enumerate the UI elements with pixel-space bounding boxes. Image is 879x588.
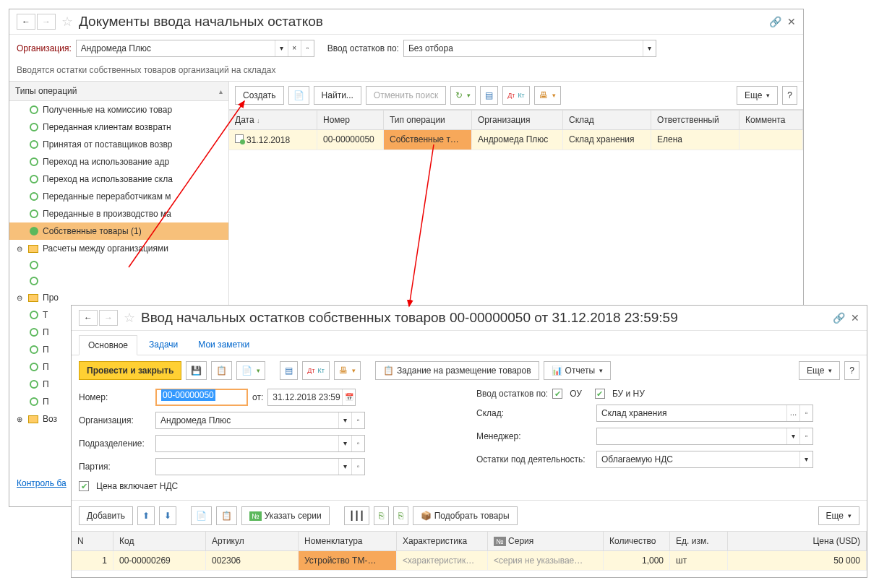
refresh-button[interactable]: ↻▾ bbox=[450, 86, 476, 105]
pick-button[interactable]: 📦 Подобрать товары bbox=[413, 506, 518, 525]
open-icon[interactable]: ▫ bbox=[301, 40, 314, 56]
warehouse-label: Склад: bbox=[476, 408, 592, 418]
export-button[interactable]: ⎘ bbox=[393, 506, 408, 525]
control-link[interactable]: Контроль ба bbox=[17, 478, 67, 488]
post-button[interactable]: 📋 bbox=[211, 361, 232, 380]
close-icon[interactable]: ✕ bbox=[851, 312, 859, 324]
copy-button[interactable]: 📄 bbox=[288, 86, 309, 105]
table-row[interactable]: 31.12.2018 00-00000050 Собственные т… Ан… bbox=[229, 130, 803, 150]
link-icon[interactable]: 🔗 bbox=[769, 16, 781, 27]
sidebar-header: Типы операций ▴ bbox=[9, 82, 228, 101]
down-button[interactable]: ⬇ bbox=[159, 506, 176, 525]
close-icon[interactable]: ✕ bbox=[787, 16, 796, 27]
up-button[interactable]: ⬆ bbox=[137, 506, 155, 525]
favorite-icon[interactable]: ☆ bbox=[61, 14, 73, 30]
tree-item[interactable]: Переданная клиентам возвратн bbox=[9, 118, 228, 136]
tree-item[interactable]: Переданные переработчикам м bbox=[9, 188, 228, 205]
print-button[interactable]: 🖶▾ bbox=[534, 86, 561, 105]
org-label: Организация: bbox=[79, 415, 151, 425]
party-select[interactable]: ▾▫ bbox=[155, 458, 365, 475]
org-select[interactable]: Андромеда Плюс ▾ × ▫ bbox=[76, 40, 314, 57]
based-on-button[interactable]: 📄▾ bbox=[236, 361, 265, 380]
save-button[interactable]: 💾 bbox=[186, 361, 207, 380]
activity-select[interactable]: Облагаемую НДС ▾ bbox=[596, 451, 813, 468]
tab-main[interactable]: Основное bbox=[79, 335, 137, 355]
more-button[interactable]: Еще▾ bbox=[818, 506, 859, 525]
window-title: Ввод начальных остатков собственных това… bbox=[141, 310, 833, 326]
dept-label: Подразделение: bbox=[79, 438, 151, 449]
print-button[interactable]: 🖶▾ bbox=[334, 361, 361, 380]
tabs: Основное Задачи Мои заметки bbox=[72, 331, 867, 355]
toolbar: Провести и закрыть 💾 📋 📄▾ ▤ ДтКт 🖶▾ 📋 За… bbox=[72, 355, 867, 386]
tree-item[interactable] bbox=[9, 257, 228, 273]
warehouse-select[interactable]: Склад хранения …▫ bbox=[596, 405, 813, 422]
window-title: Документы ввода начальных остатков bbox=[79, 14, 769, 30]
from-label: от: bbox=[252, 392, 263, 402]
items-toolbar: Добавить ⬆ ⬇ 📄 📋 № Указать серии ┃┃┃ ⎘ ⎘… bbox=[72, 500, 867, 531]
tree-folder[interactable]: ⊖Про bbox=[9, 289, 228, 306]
party-label: Партия: bbox=[79, 462, 151, 472]
cancel-search-button[interactable]: Отменить поиск bbox=[366, 86, 446, 105]
filter-label: Ввод остатков по: bbox=[327, 43, 399, 53]
nav-forward[interactable]: → bbox=[37, 14, 56, 30]
help-button[interactable]: ? bbox=[782, 86, 797, 105]
placement-task-button[interactable]: 📋 Задание на размещение товаров bbox=[375, 361, 539, 380]
folder-icon bbox=[28, 294, 38, 302]
find-button[interactable]: Найти... bbox=[314, 86, 361, 105]
hint-text: Вводятся остатки собственных товаров орг… bbox=[9, 62, 803, 81]
tab-tasks[interactable]: Задачи bbox=[140, 335, 186, 355]
dept-select[interactable]: ▾▫ bbox=[155, 435, 365, 452]
folder-icon bbox=[28, 415, 38, 423]
import-button[interactable]: ⎘ bbox=[374, 506, 389, 525]
num-input[interactable]: 00-00000050 bbox=[155, 389, 248, 406]
bunu-checkbox[interactable]: ✔ bbox=[595, 389, 605, 399]
folder-icon bbox=[28, 245, 38, 253]
table-row[interactable]: 1 00-00000269 002306 Устройство ТМ-… <ха… bbox=[72, 551, 867, 571]
tree-item[interactable]: Переданные в производство ма bbox=[9, 205, 228, 222]
num-label: Номер: bbox=[79, 392, 151, 402]
nav-back[interactable]: ← bbox=[17, 14, 35, 30]
titlebar: ← → ☆ Документы ввода начальных остатков… bbox=[9, 9, 803, 35]
copy-button[interactable]: 📄 bbox=[191, 506, 212, 525]
dropdown-icon[interactable]: ▾ bbox=[643, 40, 656, 56]
paste-button[interactable]: 📋 bbox=[216, 506, 237, 525]
add-button[interactable]: Добавить bbox=[79, 506, 133, 525]
tree-item-selected[interactable]: Собственные товары (1) bbox=[9, 222, 228, 240]
calendar-icon[interactable]: 📅 bbox=[342, 389, 355, 405]
reports-button[interactable]: 📊 Отчеты▾ bbox=[544, 361, 611, 380]
tree-item[interactable]: Полученные на комиссию товар bbox=[9, 101, 228, 118]
dtkt-button[interactable]: ДтКт bbox=[502, 86, 530, 105]
filter-select[interactable]: Без отбора ▾ bbox=[403, 40, 656, 57]
submit-button[interactable]: Провести и закрыть bbox=[79, 361, 181, 380]
nav-back[interactable]: ← bbox=[79, 310, 98, 326]
link-icon[interactable]: 🔗 bbox=[833, 312, 845, 324]
tree-item[interactable]: Переход на использование скла bbox=[9, 170, 228, 188]
date-input[interactable]: 31.12.2018 23:59 📅 bbox=[267, 389, 356, 406]
help-button[interactable]: ? bbox=[844, 361, 859, 380]
barcode-button[interactable]: ┃┃┃ bbox=[344, 506, 369, 525]
manager-select[interactable]: ▾▫ bbox=[596, 428, 813, 445]
nav-forward[interactable]: → bbox=[99, 310, 118, 326]
tab-notes[interactable]: Мои заметки bbox=[189, 335, 258, 355]
create-button[interactable]: Создать bbox=[235, 86, 284, 105]
list-button[interactable]: ▤ bbox=[280, 361, 298, 380]
series-button[interactable]: № Указать серии bbox=[241, 506, 330, 525]
tree-item[interactable]: Переход на использование адр bbox=[9, 153, 228, 170]
vat-label: Цена включает НДС bbox=[96, 481, 178, 491]
org-select[interactable]: Андромеда Плюс ▾▫ bbox=[155, 412, 365, 429]
detail-window: ← → ☆ Ввод начальных остатков собственны… bbox=[71, 305, 867, 578]
manager-label: Менеджер: bbox=[476, 431, 592, 441]
ou-checkbox[interactable]: ✔ bbox=[552, 389, 562, 399]
org-label: Организация: bbox=[17, 43, 72, 53]
tree-item[interactable]: Принятая от поставщиков возвр bbox=[9, 136, 228, 153]
collapse-icon[interactable]: ▴ bbox=[219, 87, 223, 95]
vat-checkbox[interactable]: ✔ bbox=[79, 481, 89, 491]
more-button[interactable]: Еще▾ bbox=[799, 361, 840, 380]
favorite-icon[interactable]: ☆ bbox=[124, 310, 135, 326]
more-button[interactable]: Еще▾ bbox=[737, 86, 778, 105]
list-button[interactable]: ▤ bbox=[480, 86, 498, 105]
tree-item[interactable] bbox=[9, 273, 228, 289]
tree-folder[interactable]: ⊖Расчеты между организациями bbox=[9, 240, 228, 257]
dropdown-icon[interactable]: ▾ bbox=[275, 40, 288, 56]
dtkt-button[interactable]: ДтКт bbox=[302, 361, 330, 380]
